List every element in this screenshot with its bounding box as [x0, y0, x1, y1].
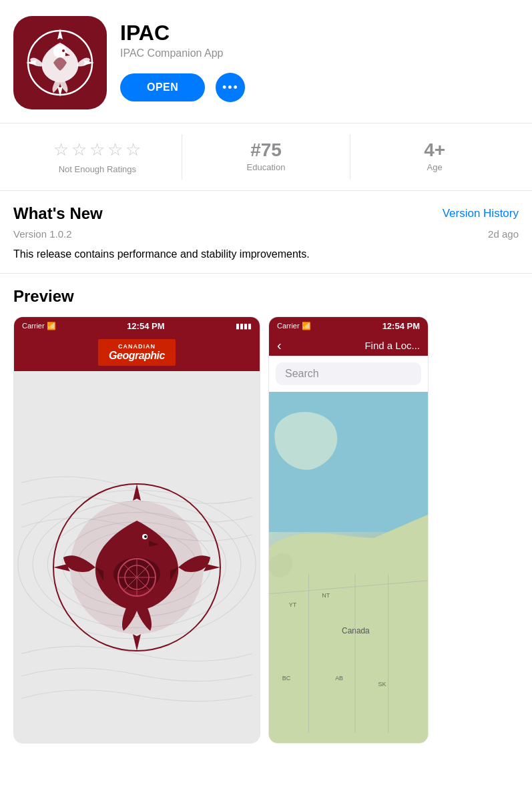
version-history-link[interactable]: Version History [443, 207, 519, 220]
ellipsis-icon: ••• [222, 81, 239, 93]
time-1: 12:54 PM [127, 321, 164, 331]
star-2: ☆ [71, 140, 87, 160]
preview-title: Preview [13, 287, 519, 306]
ratings-label: Not Enough Ratings [59, 164, 136, 174]
svg-text:NT: NT [322, 592, 330, 599]
carrier-2: Carrier 📶 [277, 322, 311, 330]
logo-geographic: Geographic [109, 350, 165, 362]
stats-section: ☆ ☆ ☆ ☆ ☆ Not Enough Ratings #75 Educati… [0, 123, 532, 191]
nav-bar-2: ‹ Find a Loc... [269, 334, 428, 356]
svg-marker-14 [133, 634, 141, 651]
app-icon [13, 16, 107, 109]
carrier-1: Carrier 📶 [22, 322, 56, 330]
svg-text:AB: AB [335, 675, 343, 682]
version-number: Version 1.0.2 [13, 228, 72, 240]
status-bar-2: Carrier 📶 12:54 PM [269, 317, 428, 334]
svg-point-5 [53, 45, 67, 58]
canadian-geo-logo: CANADIAN Geographic [98, 339, 176, 366]
time-2: 12:54 PM [382, 321, 420, 331]
age-label: Age [427, 162, 443, 172]
map-area: YT NT Canada BC AB SK [269, 392, 428, 743]
screenshot-2: Carrier 📶 12:54 PM ‹ Find a Loc... Searc… [268, 316, 429, 744]
version-info-row: Version 1.0.2 2d ago [13, 228, 519, 240]
star-4: ☆ [107, 140, 123, 160]
svg-text:BC: BC [282, 675, 291, 682]
rank-value: #75 [250, 140, 282, 161]
whats-new-section: What's New Version History Version 1.0.2… [0, 191, 532, 274]
search-bar-map[interactable]: Search [276, 362, 421, 385]
svg-text:SK: SK [378, 682, 386, 688]
screen-title-2: Find a Loc... [364, 340, 420, 351]
age-value: 4+ [424, 140, 445, 161]
preview-screenshots: Carrier 📶 12:54 PM ▮▮▮▮ CANADIAN Geograp… [13, 316, 519, 744]
app-icon-wrapper [13, 16, 107, 109]
phone-screen-2: Carrier 📶 12:54 PM ‹ Find a Loc... Searc… [269, 317, 428, 743]
screenshot-1: Carrier 📶 12:54 PM ▮▮▮▮ CANADIAN Geograp… [13, 316, 260, 744]
star-5: ☆ [125, 140, 141, 160]
logo-canadian: CANADIAN [109, 343, 165, 350]
nav-bar-1: CANADIAN Geographic [14, 334, 260, 371]
star-rating: ☆ ☆ ☆ ☆ ☆ [53, 140, 141, 160]
battery-1: ▮▮▮▮ [236, 322, 252, 330]
search-placeholder: Search [285, 368, 319, 379]
whats-new-header: What's New Version History [13, 204, 519, 223]
version-date: 2d ago [488, 228, 519, 240]
whats-new-title: What's New [13, 204, 103, 223]
preview-section: Preview Carrier 📶 12:54 PM ▮▮▮▮ CANADIAN… [0, 274, 532, 744]
back-button[interactable]: ‹ [277, 338, 282, 353]
rank-label: Education [247, 162, 286, 172]
svg-text:Canada: Canada [342, 626, 370, 635]
ratings-stat: ☆ ☆ ☆ ☆ ☆ Not Enough Ratings [13, 134, 182, 180]
app-actions: OPEN ••• [120, 73, 519, 102]
svg-text:YT: YT [289, 602, 297, 609]
star-1: ☆ [53, 140, 69, 160]
app-name: IPAC [120, 21, 519, 45]
app-info: IPAC IPAC Companion App OPEN ••• [120, 16, 519, 102]
status-bar-1: Carrier 📶 12:54 PM ▮▮▮▮ [14, 317, 260, 334]
svg-point-20 [144, 535, 147, 538]
svg-point-6 [62, 49, 65, 52]
age-stat: 4+ Age [350, 134, 519, 180]
phone-content-1: .topo-line { fill: none; stroke: #c8c8c8… [14, 371, 260, 743]
svg-marker-13 [133, 484, 141, 501]
app-subtitle: IPAC Companion App [120, 47, 519, 59]
star-3: ☆ [89, 140, 105, 160]
open-button[interactable]: OPEN [120, 73, 205, 101]
topo-background: .topo-line { fill: none; stroke: #c8c8c8… [14, 371, 260, 743]
more-button[interactable]: ••• [216, 73, 245, 102]
rank-stat: #75 Education [182, 134, 350, 180]
phone-screen-1: Carrier 📶 12:54 PM ▮▮▮▮ CANADIAN Geograp… [14, 317, 260, 743]
app-header: IPAC IPAC Companion App OPEN ••• [0, 0, 532, 123]
release-notes: This release contains performance and st… [13, 246, 519, 262]
